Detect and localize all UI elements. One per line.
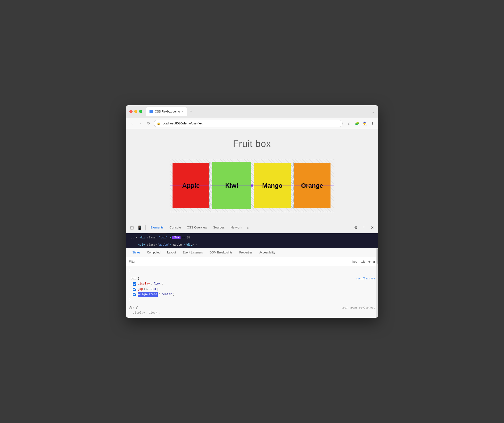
flex-badge[interactable]: flex (172, 236, 181, 239)
colon-gap: : (144, 287, 146, 292)
value-gap: 12px (149, 287, 156, 292)
breadcrumb-attr: class= (147, 236, 157, 239)
tab-sources[interactable]: Sources (210, 222, 228, 233)
tab-overflow-button[interactable]: » (245, 226, 251, 230)
inspector-icon[interactable]: ⬚ (128, 224, 136, 232)
breadcrumb-val: "box" (159, 236, 168, 239)
filter-cls-button[interactable]: .cls (360, 260, 366, 264)
child-element-preview: <div class="apple"> Apple </div> ‹ (126, 242, 378, 248)
close-button[interactable] (129, 110, 133, 113)
subtab-computed[interactable]: Computed (144, 248, 164, 257)
gap-mango-orange (291, 162, 294, 209)
box-close-brace: } (129, 297, 375, 302)
empty-close-brace: } (129, 269, 131, 272)
property-display: display (138, 281, 150, 287)
menu-icon[interactable]: ⋮ (370, 121, 375, 126)
breadcrumb-dollar: $0 (187, 236, 190, 239)
lock-icon: 🔒 (157, 122, 160, 125)
url-host: localhost:8080/demo/css-flex (162, 122, 203, 125)
tab-separator (145, 225, 146, 230)
devtools-tab-bar: ⬚ 📱 Elements Console CSS Overview Source… (126, 222, 378, 233)
tab-console[interactable]: Console (166, 222, 184, 233)
browser-window: CSS Flexbox demo × + ⌄ ‹ › ↻ 🔒 localhost… (126, 105, 378, 318)
ua-value-display: block (149, 310, 158, 316)
page-title: Fruit box (233, 139, 271, 149)
subtab-styles[interactable]: Styles (129, 248, 144, 257)
forward-button[interactable]: › (137, 120, 143, 127)
breadcrumb-dots: ... (129, 236, 134, 239)
checkbox-gap[interactable] (133, 288, 136, 291)
ua-semicolon: ; (158, 310, 160, 316)
profile-icon[interactable]: 🧙 (362, 121, 367, 126)
ua-selector-line: div { user agent stylesheet (129, 305, 375, 311)
tab-css-overview[interactable]: CSS Overview (184, 222, 210, 233)
rule-gap: gap : ▶ 12px ; (129, 287, 375, 292)
devtools-scrollbar[interactable] (376, 248, 378, 318)
styles-filter-bar: :hov .cls + ◀ (126, 257, 378, 266)
ua-label: user agent stylesheet (341, 306, 375, 310)
semicolon-align-items: ; (173, 292, 175, 297)
semicolon-gap: ; (157, 287, 159, 292)
fruit-orange: Orange (294, 163, 331, 208)
back-button[interactable]: ‹ (129, 120, 135, 127)
extensions-icon[interactable]: 🧩 (354, 121, 360, 126)
fullscreen-button[interactable] (139, 110, 142, 113)
tab-network[interactable]: Network (228, 222, 245, 233)
url-bar[interactable]: 🔒 localhost:8080/demo/css-flex (154, 120, 343, 127)
breadcrumb-tag: <div (139, 236, 146, 239)
filter-hov-button[interactable]: :hov (351, 260, 358, 264)
traffic-lights (129, 110, 142, 113)
breadcrumb-close: > (169, 236, 171, 239)
url-text: localhost:8080/demo/css-flex (162, 122, 339, 125)
devtools-close-icon[interactable]: ✕ (368, 224, 376, 232)
gap-kiwi-mango (251, 162, 254, 209)
box-selector: .box { (129, 276, 139, 282)
ua-colon: : (146, 310, 148, 316)
semicolon-display: ; (161, 281, 163, 287)
devtools-settings-icon[interactable]: ⚙ (352, 224, 360, 232)
checkbox-display[interactable] (133, 282, 136, 286)
tab-overflow-icon[interactable]: ⌄ (371, 109, 375, 114)
fruit-kiwi: Kiwi (212, 162, 251, 209)
minimize-button[interactable] (134, 110, 137, 113)
box-source-link[interactable]: css-flex:302 (356, 277, 375, 281)
ua-property-display: display (133, 310, 145, 316)
gap-expand-icon[interactable]: ▶ (147, 287, 148, 292)
rule-align-items: align-items : center ; (129, 292, 375, 297)
property-align-items: align-items (138, 292, 158, 297)
ua-selector: div { (129, 305, 138, 311)
filter-plus-button[interactable]: + (368, 260, 370, 264)
address-bar: ‹ › ↻ 🔒 localhost:8080/demo/css-flex ☆ 🧩… (126, 118, 378, 129)
subtab-dom-breakpoints[interactable]: DOM Breakpoints (206, 248, 236, 257)
box-selector-line: .box { css-flex:302 (129, 276, 375, 282)
subtab-layout[interactable]: Layout (164, 248, 179, 257)
scrollbar-thumb (377, 249, 378, 264)
tab-close-icon[interactable]: × (182, 110, 183, 113)
gap-apple-kiwi (209, 162, 212, 209)
reload-button[interactable]: ↻ (145, 120, 152, 127)
devtools-more-icon[interactable]: ⋮ (360, 224, 368, 232)
new-tab-button[interactable]: + (188, 109, 194, 114)
rule-display: display : flex ; (129, 281, 375, 287)
tab-title: CSS Flexbox demo (155, 110, 180, 113)
elements-breadcrumb: ... ▼ <div class= "box" > flex == $0 (126, 233, 378, 242)
tab-favicon-icon (150, 110, 153, 113)
device-icon[interactable]: 📱 (136, 224, 143, 232)
filter-expand-icon[interactable]: ◀ (372, 260, 375, 264)
tab-bar: CSS Flexbox demo × + (146, 107, 370, 116)
styles-filter-input[interactable] (129, 260, 351, 263)
colon-display: : (151, 281, 152, 287)
breadcrumb-arrow-icon: ▼ (136, 236, 137, 239)
bookmark-icon[interactable]: ☆ (346, 121, 352, 126)
subtab-properties[interactable]: Properties (236, 248, 256, 257)
subtab-accessibility[interactable]: Accessibility (256, 248, 278, 257)
active-tab[interactable]: CSS Flexbox demo × (146, 107, 187, 116)
styles-filter-actions: :hov .cls + ◀ (351, 260, 375, 264)
tab-elements[interactable]: Elements (148, 222, 166, 233)
subtab-event-listeners[interactable]: Event Listeners (179, 248, 206, 257)
devtools-content: Styles Computed Layout Event Listeners D… (126, 248, 378, 318)
flexbox-demo: Apple Kiwi Mango Orange (170, 159, 334, 212)
checkbox-align-items[interactable] (133, 293, 136, 296)
fruit-mango: Mango (254, 163, 291, 208)
devtools-panel: ⬚ 📱 Elements Console CSS Overview Source… (126, 222, 378, 318)
